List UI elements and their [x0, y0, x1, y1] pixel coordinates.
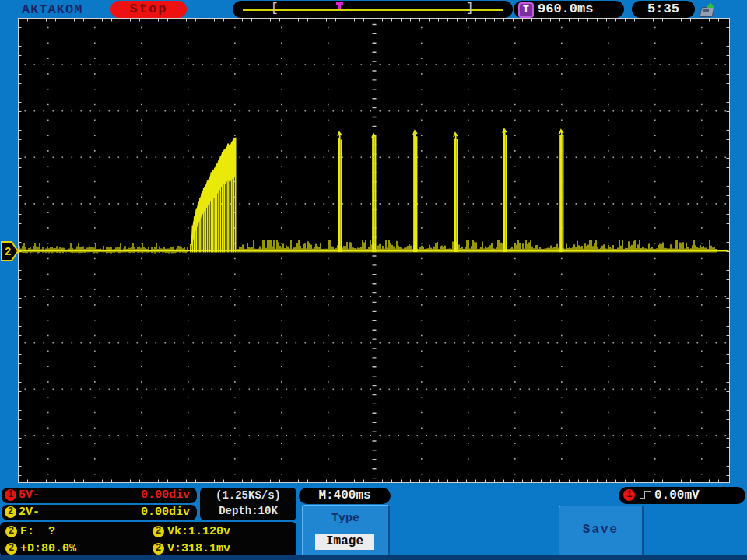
- menu-selected-option[interactable]: Image: [315, 534, 374, 550]
- svg-text:2: 2: [5, 246, 11, 258]
- timebase-readout: M:400ms: [299, 488, 391, 504]
- channel1-badge: 1: [5, 489, 16, 501]
- channel1-offset: 0.00div: [141, 488, 190, 502]
- menu-title: Type: [303, 512, 388, 525]
- sample-rate-label: (1.25KS/s): [200, 488, 296, 503]
- channel1-info-box: 1 5V- 0.00div: [2, 488, 197, 503]
- type-menu-panel[interactable]: Type Image: [302, 505, 390, 558]
- trigger-level-value: 0.00mV: [654, 488, 700, 503]
- pulse-spikes: [338, 129, 563, 252]
- window-right-bracket: ]: [466, 2, 474, 16]
- channel1-scale: 5V-: [19, 488, 40, 502]
- trigger-source-badge: 1: [623, 489, 635, 501]
- measurement-channel-badge: 2: [5, 543, 17, 555]
- brand-label: AKTAKOM: [22, 2, 82, 17]
- measurement-channel-badge: 2: [153, 543, 164, 555]
- trigger-time-value: 960.0ms: [538, 2, 593, 17]
- trigger-bar-line: [243, 9, 503, 11]
- measurement-channel-badge: 2: [153, 526, 164, 537]
- measurement-value: +D:80.0%: [20, 541, 76, 556]
- measurement-value: F: ?: [20, 524, 55, 539]
- measurement-value: V:318.1mv: [167, 541, 230, 556]
- channel2-offset: 0.00div: [141, 506, 190, 520]
- oscilloscope-ui: 2 AKTAKOM Stop [ ] T 960.0ms 5:35 1 5V- …: [0, 0, 747, 560]
- channel2-info-box: 2 2V- 0.00div: [2, 505, 197, 520]
- channel2-scale: 2V-: [19, 506, 40, 520]
- channel2-position-marker: 2: [2, 242, 18, 261]
- usb-storage-icon: [700, 3, 715, 16]
- window-left-bracket: [: [271, 2, 279, 16]
- trigger-position-bar[interactable]: [ ]: [233, 1, 513, 18]
- usb-disk-slot: [703, 9, 709, 12]
- trace-pre-noise: [19, 243, 188, 253]
- save-button[interactable]: Save: [559, 506, 644, 556]
- acquisition-info-box: (1.25KS/s) Depth:10K: [200, 488, 296, 520]
- acquisition-state-badge: Stop: [110, 1, 187, 18]
- trigger-level-readout: 1 0.00mV: [619, 487, 745, 504]
- clock-readout: 5:35: [632, 1, 695, 18]
- trigger-time-readout: T 960.0ms: [514, 1, 624, 18]
- measurement-channel-badge: 2: [5, 526, 17, 537]
- waveform-display: 2: [0, 0, 747, 560]
- trigger-position-marker-icon[interactable]: [336, 2, 343, 5]
- usb-ready-arrow-icon: [707, 2, 714, 8]
- bottom-bezel-strip: [0, 555, 747, 560]
- rising-edge-icon: [640, 490, 652, 500]
- memory-depth-label: Depth:10K: [200, 503, 296, 519]
- measurements-box: 2 F: ? 2 Vk:1.120v 2 +D:80.0% 2 V:318.1m…: [0, 522, 296, 557]
- channel2-badge: 2: [5, 506, 16, 518]
- measurement-value: Vk:1.120v: [167, 524, 230, 539]
- trigger-t-icon: T: [518, 2, 534, 18]
